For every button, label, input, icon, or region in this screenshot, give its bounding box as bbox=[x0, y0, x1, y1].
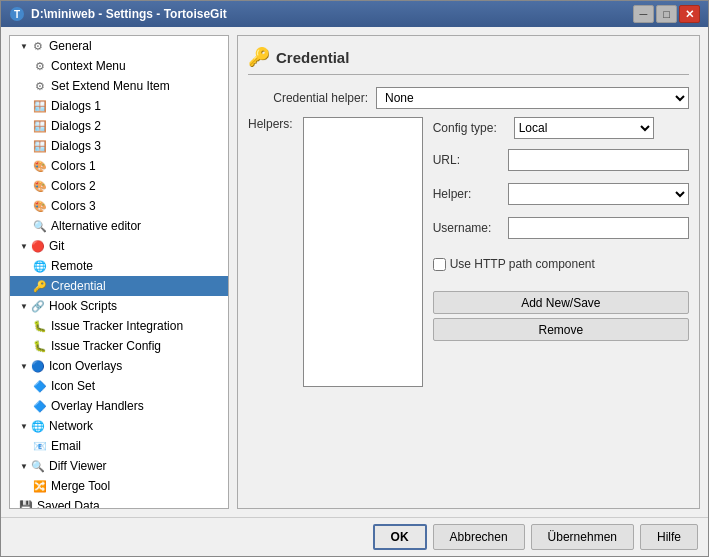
sidebar-label-colors2: Colors 2 bbox=[51, 179, 96, 193]
sidebar-label-overlay-handlers: Overlay Handlers bbox=[51, 399, 144, 413]
action-buttons: Add New/Save Remove bbox=[433, 291, 689, 341]
sidebar-item-saved-data[interactable]: 💾 Saved Data bbox=[10, 496, 228, 509]
username-row: Username: bbox=[433, 217, 689, 239]
sidebar-item-colors3[interactable]: 🎨 Colors 3 bbox=[10, 196, 228, 216]
username-input[interactable] bbox=[508, 217, 689, 239]
sidebar-label-network: Network bbox=[49, 419, 93, 433]
sidebar-label-dialogs2: Dialogs 2 bbox=[51, 119, 101, 133]
sidebar-item-diff-viewer[interactable]: 🔍 Diff Viewer bbox=[10, 456, 228, 476]
expand-arrow-network bbox=[18, 420, 30, 432]
sidebar-item-extend-menu[interactable]: ⚙ Set Extend Menu Item bbox=[10, 76, 228, 96]
ok-button[interactable]: OK bbox=[373, 524, 427, 550]
config-type-dropdown[interactable]: Local Global System bbox=[514, 117, 654, 139]
gear-icon-extend: ⚙ bbox=[32, 78, 48, 94]
main-window: T D:\miniweb - Settings - TortoiseGit ─ … bbox=[0, 0, 709, 557]
url-input[interactable] bbox=[508, 149, 689, 171]
sidebar-label-dialogs1: Dialogs 1 bbox=[51, 99, 101, 113]
tracker-icon-2: 🐛 bbox=[32, 338, 48, 354]
sidebar-item-icon-set[interactable]: 🔷 Icon Set bbox=[10, 376, 228, 396]
sidebar-label-icon-overlays: Icon Overlays bbox=[49, 359, 122, 373]
sidebar-item-network[interactable]: 🌐 Network bbox=[10, 416, 228, 436]
sidebar-label-dialogs3: Dialogs 3 bbox=[51, 139, 101, 153]
remove-button[interactable]: Remove bbox=[433, 318, 689, 341]
sidebar-label-context-menu: Context Menu bbox=[51, 59, 126, 73]
sidebar-label-email: Email bbox=[51, 439, 81, 453]
expand-arrow-git bbox=[18, 240, 30, 252]
sidebar-label-general: General bbox=[49, 39, 92, 53]
credential-helper-control: None wincred manager store bbox=[376, 87, 689, 109]
sidebar-item-colors1[interactable]: 🎨 Colors 1 bbox=[10, 156, 228, 176]
help-button[interactable]: Hilfe bbox=[640, 524, 698, 550]
color-icon-1: 🎨 bbox=[32, 158, 48, 174]
app-icon: T bbox=[9, 6, 25, 22]
close-button[interactable]: ✕ bbox=[679, 5, 700, 23]
sidebar-item-git[interactable]: 🔴 Git bbox=[10, 236, 228, 256]
minimize-button[interactable]: ─ bbox=[633, 5, 654, 23]
sidebar-item-overlay-handlers[interactable]: 🔷 Overlay Handlers bbox=[10, 396, 228, 416]
gear-icon: ⚙ bbox=[30, 38, 46, 54]
sidebar-item-remote[interactable]: 🌐 Remote bbox=[10, 256, 228, 276]
helper-dropdown[interactable] bbox=[508, 183, 689, 205]
maximize-button[interactable]: □ bbox=[656, 5, 677, 23]
merge-icon: 🔀 bbox=[32, 478, 48, 494]
config-type-label: Config type: bbox=[433, 121, 508, 135]
sidebar-item-icon-overlays[interactable]: 🔵 Icon Overlays bbox=[10, 356, 228, 376]
add-save-button[interactable]: Add New/Save bbox=[433, 291, 689, 314]
credential-helper-label: Credential helper: bbox=[248, 91, 368, 105]
sidebar-label-merge-tool: Merge Tool bbox=[51, 479, 110, 493]
sidebar-item-dialogs3[interactable]: 🪟 Dialogs 3 bbox=[10, 136, 228, 156]
overlay-handlers-icon: 🔷 bbox=[32, 398, 48, 414]
helpers-section: Helpers: Config type: Local Global Syste… bbox=[248, 117, 689, 387]
expand-arrow-hook bbox=[18, 300, 30, 312]
sidebar-item-merge-tool[interactable]: 🔀 Merge Tool bbox=[10, 476, 228, 496]
use-http-label: Use HTTP path component bbox=[450, 257, 595, 271]
sidebar-item-alt-editor[interactable]: 🔍 Alternative editor bbox=[10, 216, 228, 236]
email-icon: 📧 bbox=[32, 438, 48, 454]
sidebar-item-general[interactable]: ⚙ General bbox=[10, 36, 228, 56]
title-controls: ─ □ ✕ bbox=[633, 5, 700, 23]
sidebar-label-colors3: Colors 3 bbox=[51, 199, 96, 213]
sidebar-label-alt-editor: Alternative editor bbox=[51, 219, 141, 233]
cancel-button[interactable]: Abbrechen bbox=[433, 524, 525, 550]
sidebar-item-dialogs2[interactable]: 🪟 Dialogs 2 bbox=[10, 116, 228, 136]
overlay-icon: 🔵 bbox=[30, 358, 46, 374]
dialog-icon-2: 🪟 bbox=[32, 118, 48, 134]
sidebar-label-icon-set: Icon Set bbox=[51, 379, 95, 393]
sidebar-label-git: Git bbox=[49, 239, 64, 253]
helpers-list[interactable] bbox=[303, 117, 423, 387]
hook-icon: 🔗 bbox=[30, 298, 46, 314]
helpers-right: Config type: Local Global System URL: bbox=[433, 117, 689, 387]
use-http-checkbox[interactable] bbox=[433, 258, 446, 271]
gear-icon-context: ⚙ bbox=[32, 58, 48, 74]
apply-button[interactable]: Übernehmen bbox=[531, 524, 634, 550]
sidebar-item-hook-scripts[interactable]: 🔗 Hook Scripts bbox=[10, 296, 228, 316]
sidebar-item-dialogs1[interactable]: 🪟 Dialogs 1 bbox=[10, 96, 228, 116]
svg-text:T: T bbox=[14, 9, 20, 20]
sidebar-item-context-menu[interactable]: ⚙ Context Menu bbox=[10, 56, 228, 76]
credential-helper-row: Credential helper: None wincred manager … bbox=[248, 87, 689, 109]
panel-title-icon: 🔑 bbox=[248, 46, 270, 68]
sidebar-item-credential[interactable]: 🔑 Credential bbox=[10, 276, 228, 296]
sidebar-label-remote: Remote bbox=[51, 259, 93, 273]
sidebar-item-issue-tracker-conf[interactable]: 🐛 Issue Tracker Config bbox=[10, 336, 228, 356]
sidebar-item-email[interactable]: 📧 Email bbox=[10, 436, 228, 456]
url-row: URL: bbox=[433, 149, 689, 171]
use-http-row: Use HTTP path component bbox=[433, 257, 689, 271]
panel-title-text: Credential bbox=[276, 49, 349, 66]
url-label: URL: bbox=[433, 153, 508, 167]
diff-icon: 🔍 bbox=[30, 458, 46, 474]
network-icon: 🌐 bbox=[30, 418, 46, 434]
helpers-label: Helpers: bbox=[248, 115, 293, 131]
sidebar-item-issue-tracker-int[interactable]: 🐛 Issue Tracker Integration bbox=[10, 316, 228, 336]
helper-row: Helper: bbox=[433, 183, 689, 205]
sidebar-item-colors2[interactable]: 🎨 Colors 2 bbox=[10, 176, 228, 196]
sidebar-label-hook-scripts: Hook Scripts bbox=[49, 299, 117, 313]
color-icon-2: 🎨 bbox=[32, 178, 48, 194]
credential-helper-dropdown[interactable]: None wincred manager store bbox=[376, 87, 689, 109]
bottom-bar: OK Abbrechen Übernehmen Hilfe bbox=[1, 517, 708, 556]
sidebar-label-extend-menu: Set Extend Menu Item bbox=[51, 79, 170, 93]
title-bar: T D:\miniweb - Settings - TortoiseGit ─ … bbox=[1, 1, 708, 27]
color-icon-3: 🎨 bbox=[32, 198, 48, 214]
sidebar-label-issue-tracker-int: Issue Tracker Integration bbox=[51, 319, 183, 333]
helper-label: Helper: bbox=[433, 187, 508, 201]
